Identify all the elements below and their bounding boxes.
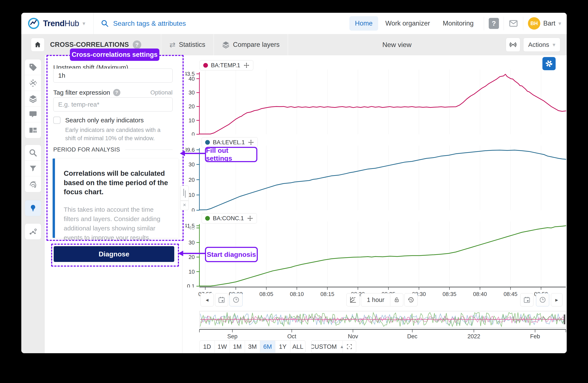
svg-text:30: 30 [189, 239, 195, 246]
range-1w[interactable]: 1W [215, 341, 230, 353]
fingerprint-button[interactable] [25, 176, 41, 192]
avatar: BH [528, 17, 540, 30]
actions-label: Actions [528, 41, 549, 48]
mail-icon[interactable] [508, 19, 518, 28]
search-icon [29, 149, 37, 157]
formula-icon [29, 79, 37, 87]
search-tool-button[interactable] [25, 145, 41, 161]
title-help-icon[interactable]: ? [133, 40, 141, 49]
home-view-button[interactable] [31, 38, 44, 52]
nav-monitoring[interactable]: Monitoring [437, 16, 479, 31]
early-indicators-checkbox[interactable] [53, 116, 61, 124]
toolbar-compare-section: Compare layers [213, 34, 288, 55]
start-diagnosis-callout: Start diagnosis [205, 247, 258, 262]
tag-filter-label: Tag filter expression [53, 89, 110, 96]
lightbulb-icon [29, 204, 37, 212]
tag-filter-help-icon[interactable]: ? [113, 89, 120, 96]
legend-chip-level[interactable]: BA:LEVEL.1 [202, 137, 258, 148]
move-icon[interactable] [247, 215, 253, 222]
comments-button[interactable] [25, 107, 41, 122]
recommendations-button[interactable] [25, 200, 41, 216]
panel-collapse-handle[interactable] [180, 186, 189, 210]
fill-out-arrow-line [184, 153, 205, 154]
app-header: TrendHub ▾ Home Work organizer Monitorin… [21, 13, 567, 34]
model-graph-button[interactable] [25, 224, 41, 239]
left-icon-rail [21, 55, 45, 353]
home-icon [34, 41, 42, 49]
series-color-dot [203, 63, 208, 68]
user-menu[interactable]: BH Bart ▾ [528, 17, 561, 30]
upstream-shift-input[interactable] [53, 69, 172, 83]
range-1y[interactable]: 1Y [275, 341, 290, 353]
funnel-icon [29, 164, 37, 173]
history-button[interactable] [404, 293, 418, 306]
chart-type-button[interactable] [346, 293, 360, 306]
history-icon [407, 296, 415, 304]
compare-layers-button[interactable]: Compare layers [214, 34, 288, 55]
pan-right-button[interactable]: ▸ [551, 293, 563, 306]
svg-text:Sep: Sep [227, 333, 237, 340]
svg-text:20: 20 [189, 254, 195, 260]
custom-range-button[interactable]: CUSTOM ▲ [312, 341, 343, 353]
actions-button[interactable]: Actions ▾ [523, 38, 560, 52]
start-time-button[interactable] [230, 293, 243, 306]
tag-filter-input[interactable] [53, 97, 172, 112]
range-6m[interactable]: 6M [260, 341, 275, 353]
end-time-button[interactable] [536, 293, 549, 306]
resolution-group: 1 hour [361, 293, 403, 306]
start-date-button[interactable] [215, 293, 228, 306]
start-diagnosis-arrow-line [182, 253, 205, 254]
help-button[interactable]: ? [489, 18, 499, 29]
global-search[interactable] [94, 19, 349, 28]
legend-chip-temp[interactable]: BA:TEMP.1 [200, 60, 253, 70]
end-date-button[interactable] [520, 293, 533, 306]
period-section-title: PERIOD FOR ANALYSIS [53, 146, 120, 153]
step-chart-icon [349, 296, 357, 304]
swap-arrows-icon: ⇄ [169, 40, 176, 49]
calendar-icon [523, 296, 530, 304]
legend-chip-conc[interactable]: BA:CONC.1 [202, 213, 257, 223]
range-3m[interactable]: 3M [245, 341, 260, 353]
formulas-button[interactable] [25, 75, 41, 91]
period-section-header: PERIOD FOR ANALYSIS [53, 146, 172, 153]
overview-strip[interactable] [199, 311, 566, 328]
fit-range-button[interactable] [343, 341, 356, 353]
statistics-button[interactable]: ⇄ Statistics [161, 34, 213, 55]
range-1d[interactable]: 1D [200, 341, 215, 353]
nav-divider [523, 17, 523, 30]
nav-home[interactable]: Home [349, 16, 378, 31]
move-icon[interactable] [248, 139, 254, 146]
series-name: BA:LEVEL.1 [213, 139, 245, 146]
calendar-icon [218, 296, 225, 304]
view-mode-title: CROSS-CORRELATIONS [50, 41, 129, 49]
svg-text:20: 20 [189, 177, 195, 183]
layers-button[interactable] [25, 91, 41, 107]
pan-left-button[interactable]: ◂ [200, 293, 214, 306]
range-1m[interactable]: 1M [230, 341, 245, 353]
optional-label: Optional [150, 89, 172, 96]
svg-text:08:45: 08:45 [504, 291, 518, 297]
dashboard-icon [29, 126, 37, 134]
live-mode-button[interactable] [506, 38, 520, 52]
dashboard-button[interactable] [25, 122, 41, 138]
svg-text:20: 20 [189, 103, 195, 110]
svg-text:Dec: Dec [407, 333, 417, 340]
svg-text:10: 10 [189, 192, 195, 198]
nav-work-organizer[interactable]: Work organizer [380, 16, 436, 31]
diagnose-button[interactable]: Diagnose [54, 246, 174, 262]
early-indicators-label: Search only early indicators [65, 116, 144, 124]
filter-button[interactable] [25, 161, 41, 176]
chart-settings-button[interactable] [542, 57, 556, 70]
search-input[interactable] [113, 19, 263, 28]
search-icon [101, 19, 109, 27]
resolution-value[interactable]: 1 hour [361, 293, 390, 306]
fill-out-settings-callout: Fill out settings [205, 147, 257, 162]
range-all[interactable]: ALL [290, 341, 305, 353]
app-switcher-chevron-icon[interactable]: ▾ [83, 20, 85, 27]
chart-temp[interactable]: 43.5403020100 [186, 65, 567, 136]
move-icon[interactable] [243, 62, 250, 69]
svg-text:08:15: 08:15 [320, 291, 334, 297]
tags-button[interactable] [25, 59, 41, 75]
resolution-lock-button[interactable] [390, 293, 403, 306]
app-logo[interactable]: TrendHub ▾ [21, 18, 89, 29]
